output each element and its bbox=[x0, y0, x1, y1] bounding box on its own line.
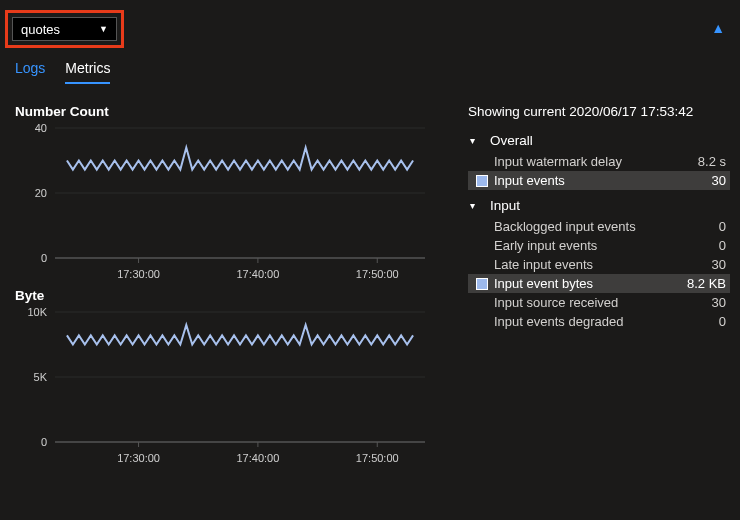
tab-metrics[interactable]: Metrics bbox=[65, 60, 110, 84]
metric-row[interactable]: Late input events30 bbox=[468, 255, 730, 274]
highlight-box: quotes ▼ bbox=[5, 10, 124, 48]
group-header[interactable]: ▾Overall bbox=[468, 129, 730, 152]
metric-value: 8.2 s bbox=[698, 154, 726, 169]
metric-value: 30 bbox=[712, 295, 726, 310]
metric-value: 30 bbox=[712, 173, 726, 188]
series-swatch-icon bbox=[476, 278, 488, 290]
chevron-down-icon: ▼ bbox=[99, 24, 108, 34]
group-header[interactable]: ▾Input bbox=[468, 194, 730, 217]
metric-value: 0 bbox=[719, 238, 726, 253]
metric-row[interactable]: Backlogged input events0 bbox=[468, 217, 730, 236]
metric-value: 30 bbox=[712, 257, 726, 272]
metric-row[interactable]: Input events degraded0 bbox=[468, 312, 730, 331]
chevron-up-icon[interactable]: ▲ bbox=[711, 20, 725, 36]
metric-row[interactable]: Input source received30 bbox=[468, 293, 730, 312]
group-name: Input bbox=[490, 198, 520, 213]
metric-label: Input event bytes bbox=[494, 276, 687, 291]
group-name: Overall bbox=[490, 133, 533, 148]
metric-row[interactable]: Input events30 bbox=[468, 171, 730, 190]
input-source-dropdown[interactable]: quotes ▼ bbox=[12, 17, 117, 41]
metric-label: Backlogged input events bbox=[494, 219, 719, 234]
metric-label: Input events bbox=[494, 173, 712, 188]
chart-plot-area[interactable]: 10K5K017:30:0017:40:0017:50:00 bbox=[15, 307, 435, 462]
chart-number-count: Number Count 4020017:30:0017:40:0017:50:… bbox=[15, 104, 460, 278]
metric-label: Late input events bbox=[494, 257, 712, 272]
chart-title: Number Count bbox=[15, 104, 460, 119]
metric-label: Early input events bbox=[494, 238, 719, 253]
charts-panel: Number Count 4020017:30:0017:40:0017:50:… bbox=[15, 104, 468, 472]
chart-byte: Byte 10K5K017:30:0017:40:0017:50:00 bbox=[15, 288, 460, 462]
timestamp-label: Showing current 2020/06/17 17:53:42 bbox=[468, 104, 730, 119]
tab-logs[interactable]: Logs bbox=[15, 60, 45, 84]
metric-value: 0 bbox=[719, 219, 726, 234]
chart-title: Byte bbox=[15, 288, 460, 303]
metric-row[interactable]: Input event bytes8.2 KB bbox=[468, 274, 730, 293]
metric-label: Input source received bbox=[494, 295, 712, 310]
dropdown-value: quotes bbox=[21, 22, 60, 37]
metric-value: 0 bbox=[719, 314, 726, 329]
chevron-down-icon: ▾ bbox=[470, 200, 482, 211]
metric-row[interactable]: Early input events0 bbox=[468, 236, 730, 255]
metrics-legend-panel: Showing current 2020/06/17 17:53:42 ▾Ove… bbox=[468, 104, 730, 472]
chevron-down-icon: ▾ bbox=[470, 135, 482, 146]
metric-label: Input events degraded bbox=[494, 314, 719, 329]
metric-label: Input watermark delay bbox=[494, 154, 698, 169]
metric-row[interactable]: Input watermark delay8.2 s bbox=[468, 152, 730, 171]
series-swatch-icon bbox=[476, 175, 488, 187]
metric-value: 8.2 KB bbox=[687, 276, 726, 291]
chart-plot-area[interactable]: 4020017:30:0017:40:0017:50:00 bbox=[15, 123, 435, 278]
